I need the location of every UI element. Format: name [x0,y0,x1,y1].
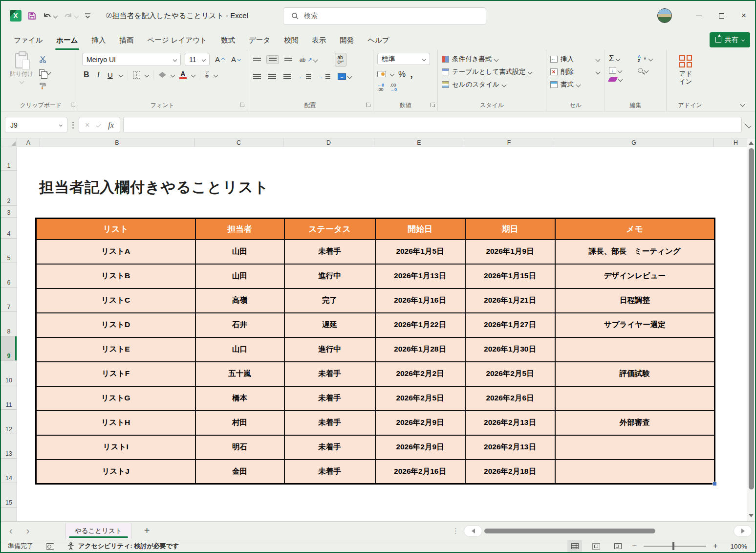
increase-font-button[interactable]: A [214,55,226,64]
ribbon-tab-4[interactable]: ページ レイアウト [141,31,214,49]
table-cell[interactable]: 評価試験 [555,362,715,386]
scroll-down-icon[interactable] [749,514,754,517]
redo-button[interactable] [64,12,78,20]
scroll-left-button[interactable] [464,525,482,537]
align-top-button[interactable] [251,56,263,64]
align-right-button[interactable] [281,72,293,81]
format-painter-button[interactable] [39,81,50,90]
table-cell[interactable]: サプライヤー選定 [555,313,715,337]
table-cell[interactable]: 山口 [195,337,284,362]
table-cell[interactable]: 山田 [195,264,284,288]
font-name-combo[interactable]: Meiryo UI [82,53,181,66]
paste-button[interactable]: 貼り付け [8,53,35,102]
column-header-H[interactable]: H [714,138,747,147]
font-size-combo[interactable]: 11 [185,53,210,66]
ribbon-tab-5[interactable]: 数式 [214,31,242,49]
table-cell[interactable]: 村田 [195,411,284,435]
fill-button[interactable]: ↓ [609,67,631,74]
table-cell[interactable]: 未着手 [284,386,375,411]
cut-button[interactable] [39,55,50,64]
minimize-button[interactable] [688,6,710,25]
close-button[interactable]: × [733,6,755,25]
ribbon-tab-1[interactable]: ホーム [49,31,85,49]
table-cell[interactable]: 未着手 [284,460,375,484]
table-cell[interactable]: 2026年1月22日 [375,313,465,337]
expand-formula-bar-icon[interactable] [744,121,751,128]
number-dialog-launcher[interactable] [431,103,435,107]
row-header-11[interactable]: 11 [1,385,17,410]
ribbon-tab-8[interactable]: 表示 [305,31,333,49]
excel-app-icon[interactable]: X [10,10,22,22]
align-middle-button[interactable] [266,55,279,64]
table-cell[interactable]: 2026年1月13日 [375,264,465,288]
table-cell[interactable] [555,435,715,460]
format-as-table-button[interactable]: テーブルとして書式設定 [442,66,541,78]
table-cell[interactable]: 課長、部長 ミーティング [555,240,715,264]
number-format-combo[interactable]: 標準 [377,53,430,65]
undo-dropdown-icon[interactable] [53,13,58,18]
table-cell[interactable]: リストA [36,240,195,264]
table-cell[interactable]: リストH [36,411,195,435]
sheet-tab-active[interactable]: やることリスト [65,523,131,539]
confirm-entry-icon[interactable] [96,122,102,128]
table-cell[interactable]: 2026年2月16日 [375,460,465,484]
table-header-cell[interactable]: 開始日 [375,219,465,240]
row-header-6[interactable]: 6 [1,263,17,288]
table-cell[interactable]: 2026年1月28日 [375,337,465,362]
decrease-font-button[interactable]: A [230,55,242,64]
row-header-1[interactable]: 1 [1,147,17,171]
table-cell[interactable]: リストB [36,264,195,288]
table-cell[interactable] [555,386,715,411]
table-cell[interactable]: 2026年2月18日 [465,460,555,484]
column-header-A[interactable]: A [17,138,40,147]
table-resize-handle[interactable] [713,482,717,486]
table-cell[interactable]: 2026年1月15日 [465,264,555,288]
align-left-button[interactable] [251,72,263,81]
table-header-cell[interactable]: 担当者 [195,219,284,240]
increase-decimal-button[interactable]: ←0.00 [377,83,384,92]
percent-style-button[interactable]: % [398,69,406,79]
table-header-cell[interactable]: メモ [555,219,715,240]
align-center-button[interactable] [266,72,278,81]
table-cell[interactable]: リストD [36,313,195,337]
table-cell[interactable]: 山田 [195,240,284,264]
add-sheet-button[interactable]: + [131,525,163,536]
table-cell[interactable]: 2026年2月9日 [375,411,465,435]
table-cell[interactable]: リストJ [36,460,195,484]
page-break-view-button[interactable] [610,540,625,552]
font-color-button[interactable]: A [179,71,187,79]
delete-cells-button[interactable]: 削除 [550,66,600,78]
table-cell[interactable] [555,460,715,484]
conditional-formatting-button[interactable]: 条件付き書式 [442,53,541,66]
insert-cells-button[interactable]: 挿入 [550,53,600,66]
table-cell[interactable]: リストG [36,386,195,411]
column-header-D[interactable]: D [283,138,374,147]
ribbon-tab-2[interactable]: 挿入 [85,31,113,49]
table-cell[interactable]: 2026年1月16日 [375,288,465,313]
table-cell[interactable]: 2026年1月30日 [465,337,555,362]
orientation-button[interactable]: ab↗ [298,55,319,65]
table-cell[interactable]: 2026年1月27日 [465,313,555,337]
formula-bar-splitter[interactable] [70,122,76,129]
borders-icon[interactable] [133,71,140,79]
row-header-8[interactable]: 8 [1,312,17,336]
fill-color-icon[interactable] [159,72,166,78]
scroll-up-icon[interactable] [749,141,754,145]
table-cell[interactable]: 日程調整 [555,288,715,313]
table-cell[interactable]: 2026年1月21日 [465,288,555,313]
clear-button[interactable] [609,77,631,82]
row-header-4[interactable]: 4 [1,218,17,239]
normal-view-button[interactable] [567,540,582,552]
find-select-button[interactable] [638,67,661,74]
ribbon-tab-7[interactable]: 校閲 [277,31,305,49]
accounting-format-icon[interactable] [377,71,386,77]
table-cell[interactable]: リストF [36,362,195,386]
table-cell[interactable]: 石井 [195,313,284,337]
table-cell[interactable]: 外部審査 [555,411,715,435]
alignment-dialog-launcher[interactable] [366,103,370,107]
zoom-in-button[interactable]: + [713,541,718,551]
share-button[interactable]: 共有 [710,32,750,47]
row-header-13[interactable]: 13 [1,434,17,459]
copy-button[interactable] [39,68,50,77]
zoom-level[interactable]: 100% [725,543,747,550]
